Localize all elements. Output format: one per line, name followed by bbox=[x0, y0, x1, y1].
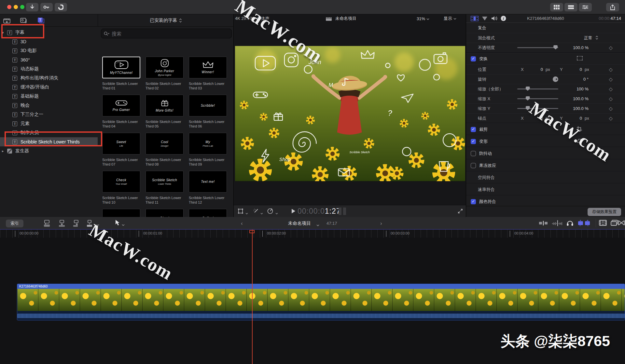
viewer-view-menu[interactable]: 显示 bbox=[444, 16, 456, 21]
distort-icon[interactable] bbox=[577, 139, 583, 144]
crop-icon[interactable] bbox=[577, 126, 582, 132]
photos-audio-icon[interactable] bbox=[20, 17, 28, 24]
title-thumbnail-item[interactable]: Scribble!Scribble Sketch Lower Third 06 bbox=[189, 95, 227, 133]
title-thumbnail-item[interactable]: Superhero bbox=[102, 209, 140, 217]
parameter-value[interactable]: 100.0 % bbox=[546, 45, 589, 50]
title-thumbnail-item[interactable]: CoolDesign!Scribble Sketch Lower Third 0… bbox=[146, 133, 184, 171]
parameter-value[interactable]: 100.0 % bbox=[546, 106, 589, 111]
share-button[interactable] bbox=[606, 3, 619, 11]
parameter-xv[interactable]: 0 bbox=[525, 67, 543, 72]
transform-frame-icon[interactable] bbox=[577, 56, 583, 61]
enhance-chevron-icon[interactable] bbox=[260, 210, 263, 215]
sidebar-item-下三分之一[interactable]: T下三分之一 bbox=[0, 110, 98, 119]
zoom-window-button[interactable] bbox=[20, 5, 24, 9]
inspector-row-防抖动[interactable]: 防抖动 bbox=[466, 147, 625, 159]
sidebar-item-3d-电影[interactable]: T3D 电影 bbox=[0, 46, 98, 55]
close-window-button[interactable] bbox=[7, 5, 11, 9]
solo-icon[interactable] bbox=[566, 220, 574, 227]
parameter-value[interactable]: 100 % bbox=[546, 87, 589, 91]
inspector-row-变形[interactable]: 变形 bbox=[466, 135, 625, 147]
title-thumbnail[interactable]: MyPhoto Lab bbox=[189, 133, 227, 155]
parameter-yv[interactable]: 0 bbox=[564, 67, 582, 72]
browser-scope-menu[interactable]: 已安装的字幕 bbox=[98, 14, 234, 27]
title-thumbnail[interactable]: CoolDesign! bbox=[146, 133, 184, 155]
keyframe-diamond-icon[interactable]: ◇ bbox=[609, 96, 613, 102]
keyframe-diamond-icon[interactable]: ◇ bbox=[609, 67, 613, 73]
slider-thumb[interactable] bbox=[526, 96, 530, 101]
title-thumbnail[interactable]: John Parker@your-logine bbox=[146, 57, 184, 78]
playhead-handle[interactable] bbox=[249, 230, 255, 233]
checkbox-果冻效应[interactable] bbox=[471, 163, 476, 168]
title-thumbnail-item[interactable]: Okey!I like it! bbox=[146, 209, 184, 217]
title-thumbnail[interactable]: CheckYour email! bbox=[102, 171, 140, 193]
transitions-browser-icon[interactable] bbox=[618, 220, 625, 227]
skimming-icon[interactable] bbox=[539, 221, 548, 226]
project-chevron-icon[interactable] bbox=[316, 222, 319, 227]
download-button[interactable] bbox=[26, 3, 38, 11]
browser-layout-button[interactable] bbox=[550, 3, 563, 11]
title-thumbnail[interactable]: Pro Gamer bbox=[102, 95, 140, 116]
viewer-canvas[interactable]: JohnShopScribble Sketch?M bbox=[235, 46, 465, 181]
enhance-wand-button[interactable] bbox=[253, 208, 259, 215]
inspector-row-复合[interactable]: 复合 bbox=[466, 23, 625, 33]
edit-options-chevron-icon[interactable] bbox=[96, 222, 99, 227]
timeline-clip[interactable]: K27166463f748d60 bbox=[17, 284, 625, 320]
title-thumbnail-item[interactable]: MyYTChannelScribble Sketch Lower Third 0… bbox=[102, 57, 140, 95]
title-thumbnail-item[interactable]: CheckYour email!Scribble Sketch Lower Th… bbox=[102, 171, 140, 209]
effects-browser-icon[interactable] bbox=[611, 220, 618, 227]
sidebar-item-scribble-sketch-lower-thirds[interactable]: TScribble Sketch Lower Thirds bbox=[0, 137, 98, 146]
inspector-row-锚点[interactable]: 锚点X0pxY0px◇ bbox=[466, 113, 625, 123]
playhead[interactable] bbox=[252, 230, 253, 364]
parameter-xv[interactable]: 0 bbox=[525, 116, 543, 121]
inspector-row-速率符合[interactable]: 速率符合 bbox=[466, 183, 625, 195]
parameter-yv[interactable]: 0 bbox=[564, 116, 582, 121]
inspector-row-果冻效应[interactable]: 果冻效应 bbox=[466, 159, 625, 171]
titles-generators-icon[interactable]: T bbox=[36, 17, 45, 24]
audio-meter-left[interactable] bbox=[339, 208, 341, 215]
title-thumbnail[interactable]: Okey!I like it! bbox=[146, 209, 184, 217]
title-thumbnail[interactable]: Coffee!I like it! bbox=[189, 209, 227, 217]
sidebar-item-基础标题[interactable]: T基础标题 bbox=[0, 92, 98, 101]
disclosure-triangle-icon[interactable]: ▾ bbox=[2, 31, 6, 35]
keyframe-diamond-icon[interactable]: ◇ bbox=[609, 115, 613, 121]
checkbox-裁剪[interactable] bbox=[471, 127, 476, 132]
checkbox-变形[interactable] bbox=[471, 139, 476, 144]
connect-clip-icon[interactable] bbox=[43, 220, 51, 228]
title-thumbnail-item[interactable]: Winner!Scribble Sketch Lower Third 03 bbox=[189, 57, 227, 95]
inspector-row-裁剪[interactable]: 裁剪 bbox=[466, 123, 625, 135]
title-thumbnail[interactable]: More Gifts! bbox=[146, 95, 184, 116]
audio-meter-right[interactable] bbox=[343, 208, 346, 215]
keyframe-diamond-icon[interactable]: ◇ bbox=[609, 76, 613, 82]
title-thumbnail-item[interactable]: Coffee!I like it! bbox=[189, 209, 227, 217]
parameter-value[interactable]: 0 ° bbox=[546, 77, 589, 82]
title-thumbnail-item[interactable]: Text me!Scribble Sketch Lower Third 12 bbox=[189, 171, 227, 209]
disclosure-triangle-icon[interactable]: ▸ bbox=[2, 149, 6, 153]
inspector-row-不透明度[interactable]: 不透明度100.0 %◇ bbox=[466, 43, 625, 52]
media-clapper-icon[interactable] bbox=[3, 17, 11, 24]
sidebar-item-元素[interactable]: T元素 bbox=[0, 119, 98, 128]
keyframe-diamond-icon[interactable]: ◇ bbox=[609, 106, 613, 112]
title-thumbnail[interactable]: Winner! bbox=[189, 57, 227, 78]
title-thumbnail-item[interactable]: Scribble SketchLower ThirdsScribble Sket… bbox=[146, 171, 184, 209]
inspector-row-颜色符合[interactable]: 颜色符合 bbox=[466, 195, 625, 206]
key-button[interactable] bbox=[40, 3, 53, 11]
next-project-button[interactable]: › bbox=[380, 220, 382, 227]
inspector-row-缩放 X[interactable]: 缩放 X100.0 %◇ bbox=[466, 94, 625, 103]
sidebar-item-字幕[interactable]: ▾T字幕 bbox=[0, 28, 98, 37]
checkbox-变换[interactable] bbox=[471, 56, 476, 61]
sidebar-item-动态标题[interactable]: T动态标题 bbox=[0, 64, 98, 74]
previous-project-button[interactable]: ‹ bbox=[241, 220, 243, 227]
play-button[interactable] bbox=[291, 209, 296, 215]
transform-tool-button[interactable] bbox=[238, 208, 244, 215]
select-tool-icon[interactable] bbox=[115, 220, 120, 227]
minimize-window-button[interactable] bbox=[14, 5, 18, 9]
fullscreen-button[interactable] bbox=[458, 209, 463, 215]
overwrite-clip-icon[interactable] bbox=[86, 220, 94, 228]
title-thumbnail[interactable]: SweetLife bbox=[102, 133, 140, 155]
title-thumbnail-item[interactable]: John Parker@your-logineScribble Sketch L… bbox=[146, 57, 184, 95]
slider-thumb[interactable] bbox=[526, 87, 530, 91]
parameter-value[interactable]: 正常 bbox=[550, 35, 592, 41]
inspector-row-空间符合[interactable]: 空间符合 bbox=[466, 171, 625, 183]
sidebar-item-构件出现-构件消失[interactable]: T构件出现/构件消失 bbox=[0, 74, 98, 83]
inspector-row-缩放（全部）[interactable]: 缩放（全部）100 %◇ bbox=[466, 84, 625, 94]
